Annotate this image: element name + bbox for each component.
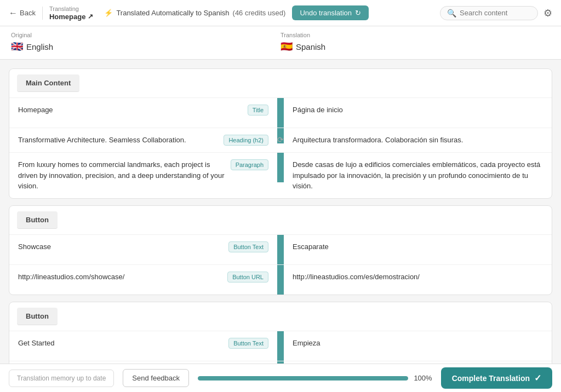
divider-col-0-1: ⟳ [277,128,284,143]
progress-percentage: 100% [414,374,432,382]
original-col-0-2: From luxury homes to commercial landmark… [9,153,277,198]
content-row-1-0: ShowcaseButton TextEscaparate [9,234,552,264]
divider-col-1-1 [277,265,284,295]
header-right: 🔍 ⚙ [440,6,552,20]
auto-translated-notice: ⚡ Translated Automatically to Spanish (4… [104,9,285,17]
translation-lang-section: Translation 🇪🇸 Spanish [280,32,550,53]
gear-icon[interactable]: ⚙ [543,7,552,19]
translation-col-1-0[interactable]: Escaparate [284,235,552,259]
badge-1-0: Button Text [228,241,268,252]
content-card-1: ButtonShowcaseButton TextEscaparatehttp:… [9,205,552,295]
translation-col-2-0[interactable]: Empieza [284,331,552,355]
search-icon: 🔍 [447,9,456,18]
content-row-0-2: From luxury homes to commercial landmark… [9,152,552,198]
original-col-1-0: ShowcaseButton Text [9,235,277,259]
content-row-1-1: http://lineastudios.com/showcase/Button … [9,264,552,295]
auto-translated-text: Translated Automatically to Spanish [116,9,229,17]
credits-used: (46 credits used) [233,9,286,17]
progress-area: 100% [198,374,432,382]
check-icon: ✓ [534,373,541,383]
page-name: Homepage [49,13,85,21]
original-col-2-0: Get StartedButton Text [9,331,277,355]
back-button[interactable]: ← Back [9,8,36,18]
complete-translation-button[interactable]: Complete Translation ✓ [441,367,552,389]
section-header-2: Button [17,308,58,325]
translation-col-1-1[interactable]: http://lineastudios.com/es/demostracion/ [284,265,552,289]
divider-col-2-0 [277,331,284,361]
badge-0-1: Heading (h2) [224,135,268,146]
progress-bar-background [198,376,408,381]
divider-col-0-0 [277,98,284,128]
original-text-0-0: Homepage [18,105,242,116]
original-text-0-1: Transformative Architecture. Seamless Co… [18,135,218,146]
header-divider [42,7,43,20]
homepage-link[interactable]: Homepage ↗ [49,13,93,21]
translation-label: Translation [280,32,550,38]
original-col-1-1: http://lineastudios.com/showcase/Button … [9,265,277,289]
section-header-1: Button [17,211,58,229]
col-divider-line-0-2 [280,160,281,182]
original-language: 🇬🇧 English [11,41,280,53]
undo-translation-button[interactable]: Undo translation ↻ [292,5,369,20]
search-box[interactable]: 🔍 [440,6,538,20]
translation-memory-status: Translation memory up to date [9,370,114,387]
badge-1-1: Button URL [227,272,268,283]
col-divider-line-0-0 [280,106,281,128]
search-input[interactable] [460,9,531,17]
divider-col-1-0 [277,235,284,264]
original-text-0-2: From luxury homes to commercial landmark… [18,159,225,192]
lightning-icon: ⚡ [104,9,113,17]
content-row-0-1: Transformative Architecture. Seamless Co… [9,128,552,152]
col-divider-line-1-1 [280,273,281,295]
sync-icon: ⟳ [277,136,284,143]
col-divider-line-1-0 [280,243,281,264]
original-col-0-0: HomepageTitle [9,98,277,122]
app-header: ← Back Translating Homepage ↗ ⚡ Translat… [0,0,561,26]
send-feedback-button[interactable]: Send feedback [123,369,189,387]
footer: Translation memory up to date Send feedb… [0,364,561,392]
original-text-2-0: Get Started [18,338,223,349]
badge-2-0: Button Text [228,338,268,349]
original-text-1-0: Showcase [18,241,223,252]
back-label: Back [20,9,36,17]
spanish-flag-icon: 🇪🇸 [280,41,293,53]
original-lang-section: Original 🇬🇧 English [11,32,280,53]
refresh-icon: ↻ [355,9,361,17]
translation-col-0-0[interactable]: Página de inicio [284,98,552,122]
content-card-0: Main ContentHomepageTitlePágina de inici… [9,68,552,199]
english-flag-icon: 🇬🇧 [11,41,23,53]
section-header-0: Main Content [17,74,79,92]
translation-col-0-2[interactable]: Desde casas de lujo a edificios comercia… [284,153,552,198]
original-text-1-1: http://lineastudios.com/showcase/ [18,272,222,283]
language-bar: Original 🇬🇧 English Translation 🇪🇸 Spani… [0,26,561,60]
back-arrow-icon: ← [9,8,18,18]
content-row-0-0: HomepageTitlePágina de inicio [9,97,552,128]
translation-lang-name: Spanish [296,42,325,51]
translation-col-0-1[interactable]: Arquitectura transformadora. Colaboració… [284,128,552,152]
main-content: Main ContentHomepageTitlePágina de inici… [0,60,561,364]
content-card-2: ButtonGet StartedButton TextEmpiezahttp:… [9,302,552,364]
col-divider-line-2-0 [280,339,281,361]
original-lang-name: English [26,42,53,51]
original-label: Original [11,32,280,38]
progress-bar-fill [198,376,408,381]
translating-label: Translating [49,5,93,12]
undo-label: Undo translation [300,9,352,17]
original-col-0-1: Transformative Architecture. Seamless Co… [9,128,277,152]
divider-col-2-1 [277,361,284,364]
complete-label: Complete Translation [452,374,530,383]
badge-0-0: Title [248,105,268,116]
external-link-icon: ↗ [88,13,93,20]
content-row-2-0: Get StartedButton TextEmpieza [9,331,552,361]
badge-0-2: Paragraph [231,159,268,170]
translation-language: 🇪🇸 Spanish [280,41,550,53]
divider-col-0-2 [277,153,284,182]
